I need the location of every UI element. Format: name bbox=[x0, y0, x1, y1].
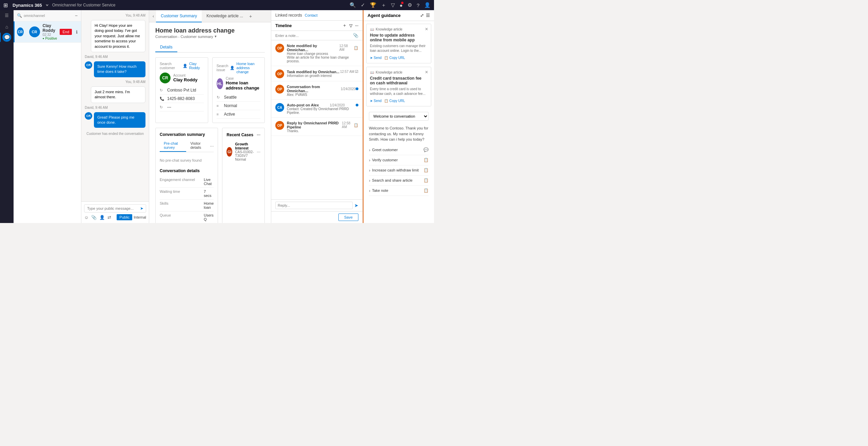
location-row: ↻ Seattle bbox=[217, 93, 261, 102]
conv-tab-visitor[interactable]: Visitor details bbox=[186, 140, 210, 152]
hamburger-icon[interactable]: ☰ bbox=[5, 13, 9, 18]
agent-avatar: CR bbox=[29, 26, 40, 37]
tl-desc-1: Information on growth interest bbox=[287, 74, 358, 78]
grid-icon[interactable]: ⊞ bbox=[3, 2, 8, 8]
tab-customer-summary[interactable]: Customer Summary bbox=[156, 10, 202, 22]
attach-icon[interactable]: 📎 bbox=[353, 33, 358, 38]
tab-knowledge-label: Knowledge article ... bbox=[206, 14, 243, 18]
ag-step-2[interactable]: Increase cash withdraw limit 📋 bbox=[369, 165, 429, 176]
save-button[interactable]: Save bbox=[338, 214, 358, 221]
user-icon[interactable]: 👤 bbox=[424, 2, 431, 8]
person-icon[interactable]: 👤 bbox=[99, 215, 105, 220]
conv-more-icon[interactable]: ··· bbox=[210, 143, 214, 148]
timeline-add-icon[interactable]: ＋ bbox=[342, 23, 347, 28]
knowledge-card-0: 📖 Knowledge article ✕ How to update addr… bbox=[366, 24, 431, 63]
message-time-2: You, 9:48 AM bbox=[85, 80, 145, 84]
conv-detail-label-0: Engagement channel bbox=[160, 178, 204, 186]
plus-icon[interactable]: ＋ bbox=[381, 2, 386, 8]
search-icon[interactable]: 🔍 bbox=[350, 2, 356, 8]
agent-item[interactable]: CR CR Clay Roddy 02:32 Positive End ℹ bbox=[14, 21, 81, 43]
notification-icon[interactable]: ● bbox=[400, 2, 403, 8]
ag-expand-icon[interactable]: ⤢ bbox=[420, 13, 424, 18]
ag-step-icon-4: 📋 bbox=[423, 188, 429, 193]
tl-item-2: OP Conversation from Omnichan... 1/24/20… bbox=[271, 81, 362, 100]
tl-item-1: OP Task modified by Omnichan... 12:57 AM… bbox=[271, 66, 362, 81]
ag-step-icon-0: 💬 bbox=[423, 147, 429, 152]
emoji-icon[interactable]: ☺ bbox=[84, 215, 88, 220]
search-issue-icon: 👤 bbox=[230, 66, 235, 70]
timeline-filter-icon[interactable]: ▽ bbox=[349, 23, 352, 28]
timeline-actions: ＋ ▽ ··· bbox=[342, 23, 358, 28]
kc-copy-btn-0[interactable]: 📋 Copy URL bbox=[384, 56, 405, 60]
tl-time-4: 12:58 AM bbox=[342, 121, 354, 129]
settings-icon[interactable]: ⚙ bbox=[408, 2, 412, 8]
ag-dropdown[interactable]: Welcome to conversation bbox=[369, 112, 429, 121]
help-icon[interactable]: ? bbox=[417, 2, 419, 8]
kc-close-1[interactable]: ✕ bbox=[425, 70, 428, 75]
tab-back-icon[interactable]: ‹ bbox=[153, 14, 154, 19]
case-avatar: HL bbox=[217, 78, 223, 89]
account-row: CR Account Clay Roddy bbox=[160, 73, 204, 83]
phone-icon: 📞 bbox=[160, 97, 165, 101]
transfer-icon[interactable]: ⇄ bbox=[107, 215, 111, 220]
kc-send-btn-1[interactable]: ➤ Send bbox=[370, 99, 381, 103]
company-name: Contoso Pvt Ltd bbox=[167, 88, 196, 93]
ag-step-1[interactable]: Verify customer 📋 bbox=[369, 155, 429, 165]
internal-button[interactable]: Internal bbox=[134, 215, 146, 219]
ag-step-3[interactable]: Search and share article 📋 bbox=[369, 176, 429, 186]
attachment-icon[interactable]: 📎 bbox=[91, 215, 97, 220]
ag-list-icon[interactable]: ☰ bbox=[426, 13, 430, 18]
chat-input-area: ➤ ☺ 📎 👤 ⇄ Public Internal bbox=[81, 201, 149, 223]
kc-copy-label-1: Copy URL bbox=[389, 99, 405, 103]
kc-copy-btn-1[interactable]: 📋 Copy URL bbox=[384, 99, 405, 103]
timeline-title: Timeline bbox=[275, 23, 292, 28]
ag-steps: Greet customer 💬 Verify customer 📋 Incre… bbox=[366, 145, 431, 196]
ag-step-4[interactable]: Take note 📋 bbox=[369, 186, 429, 196]
conv-tab-prechat[interactable]: Pre-chat survey bbox=[160, 140, 186, 152]
tl-meta-1: Task modified by Omnichan... 12:57 AM ☑ bbox=[287, 69, 358, 74]
detail-tab-details[interactable]: Details bbox=[155, 43, 177, 52]
recent-cases-more[interactable]: ··· bbox=[257, 132, 260, 137]
conv-detail-0: Engagement channel Live Chat bbox=[160, 176, 214, 188]
reply-input[interactable] bbox=[275, 202, 353, 209]
rc-item-more[interactable]: ··· bbox=[257, 149, 260, 154]
agent-time: 02:32 bbox=[43, 33, 57, 37]
tl-item-4: OP Reply by Omnichannel PRRD Pipeline 12… bbox=[271, 118, 362, 136]
minimize-icon[interactable]: − bbox=[75, 13, 78, 18]
kc-close-0[interactable]: ✕ bbox=[425, 27, 428, 32]
search-issue-link[interactable]: Home loan address change bbox=[236, 62, 260, 74]
linked-tab-contact[interactable]: Contact bbox=[305, 13, 318, 17]
nav-right-icons: 🔍 ✓ 🏆 ＋ ▽ ● ⚙ ? 👤 bbox=[350, 2, 431, 8]
tl-avatar-1: OP bbox=[275, 69, 284, 78]
check-circle-icon[interactable]: ✓ bbox=[361, 2, 365, 8]
phone-val: 1425-882-8083 bbox=[167, 96, 195, 101]
home-icon[interactable]: ⌂ bbox=[5, 24, 8, 29]
info-icon[interactable]: ℹ bbox=[76, 29, 78, 35]
kc-send-btn-0[interactable]: ➤ Send bbox=[370, 56, 381, 60]
search-small-icon: 🔍 bbox=[17, 13, 22, 18]
chat-area: You, 9:48 AM Hi Clay! Hope your are doin… bbox=[81, 10, 149, 223]
search-customer-link[interactable]: Clay Roddy bbox=[189, 62, 204, 70]
public-button[interactable]: Public bbox=[117, 214, 132, 220]
kc-copy-icon-0: 📋 bbox=[384, 56, 388, 60]
kc-header-0: 📖 Knowledge article bbox=[370, 27, 428, 31]
rc-item-0[interactable]: GI Growth Interest CAS-01002-T3G5V7 Norm… bbox=[226, 140, 260, 163]
trophy-icon[interactable]: 🏆 bbox=[370, 2, 376, 8]
chat-icon[interactable]: 💬 bbox=[2, 33, 11, 42]
tab-knowledge-article[interactable]: Knowledge article ... bbox=[202, 10, 248, 22]
conv-details-title: Conversation details bbox=[160, 168, 214, 173]
end-button[interactable]: End bbox=[60, 29, 72, 35]
tab-add-icon[interactable]: + bbox=[249, 14, 252, 19]
timeline-more-icon[interactable]: ··· bbox=[355, 23, 358, 28]
reply-send-icon[interactable]: ➤ bbox=[354, 203, 358, 208]
timeline-header: Timeline ＋ ▽ ··· bbox=[271, 21, 362, 31]
filter-icon[interactable]: ▽ bbox=[391, 2, 395, 8]
tl-title-3: Auto-post on Alex bbox=[287, 103, 319, 107]
note-input[interactable] bbox=[275, 34, 351, 38]
chat-input[interactable] bbox=[84, 204, 146, 212]
kc-type-0: Knowledge article bbox=[376, 27, 402, 31]
page-title: Home loan address change bbox=[155, 27, 265, 34]
send-icon[interactable]: ➤ bbox=[140, 206, 143, 211]
ag-step-0[interactable]: Greet customer 💬 bbox=[369, 145, 429, 155]
timeline-panel: Linked records Contact Timeline ＋ ▽ ··· … bbox=[271, 10, 363, 223]
